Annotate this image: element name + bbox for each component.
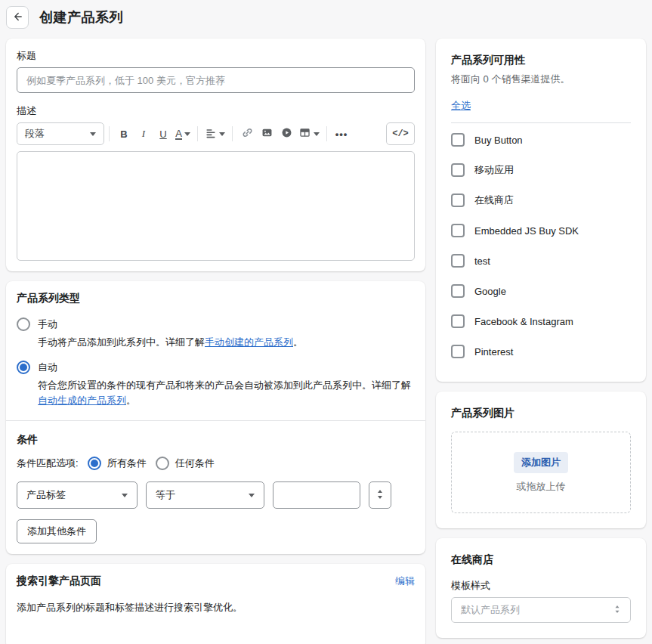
- automatic-type-label: 自动: [38, 361, 57, 374]
- manual-collection-link[interactable]: 手动创建的产品系列: [205, 336, 293, 348]
- arrow-left-icon: [11, 11, 23, 25]
- channel-row-facebook-instagram[interactable]: Facebook & Instagram: [451, 306, 631, 336]
- description-text: 符合您所设置的条件的现有产品和将来的产品会自动被添加到此产品系列中。详细了解: [38, 379, 411, 391]
- channel-row-mobile-app[interactable]: 移动应用: [451, 155, 631, 185]
- manual-type-label: 手动: [38, 317, 57, 331]
- condition-value-input[interactable]: [273, 481, 360, 509]
- chevron-down-icon: [219, 132, 225, 136]
- paragraph-style-select[interactable]: 段落: [17, 122, 104, 145]
- checkbox-icon[interactable]: [451, 163, 465, 177]
- underline-button[interactable]: U: [153, 123, 173, 144]
- radio-icon[interactable]: [88, 457, 101, 470]
- availability-divider: [451, 122, 631, 123]
- channel-row-online-store[interactable]: 在线商店: [451, 185, 631, 215]
- availability-subtitle: 将面向 0 个销售渠道提供。: [451, 73, 631, 86]
- back-button[interactable]: [6, 6, 29, 29]
- description-text: 手动将产品添加到此系列中。详细了解: [38, 336, 205, 348]
- checkbox-icon[interactable]: [451, 133, 465, 147]
- collection-image-heading: 产品系列图片: [451, 407, 631, 420]
- title-input[interactable]: [17, 67, 415, 93]
- manual-type-description: 手动将产品添加到此系列中。详细了解手动创建的产品系列。: [38, 335, 415, 350]
- condition-field-select[interactable]: 产品标签: [17, 481, 138, 509]
- insert-video-button[interactable]: [277, 123, 296, 144]
- show-html-button[interactable]: </>: [386, 122, 415, 145]
- condition-value-stepper[interactable]: [369, 481, 391, 509]
- checkbox-icon[interactable]: [451, 254, 465, 268]
- checkbox-icon[interactable]: [451, 224, 465, 237]
- online-store-heading: 在线商店: [451, 553, 631, 567]
- up-down-arrows-icon: [375, 489, 385, 502]
- checkbox-icon[interactable]: [451, 194, 465, 207]
- table-icon: [298, 126, 311, 141]
- template-style-value: 默认产品系列: [461, 603, 520, 617]
- add-image-button[interactable]: 添加图片: [514, 452, 568, 473]
- description-text: 。: [126, 395, 136, 406]
- condition-operator-value: 等于: [156, 488, 175, 502]
- channel-row-buy-button[interactable]: Buy Button: [451, 125, 631, 155]
- all-conditions-option[interactable]: 所有条件: [88, 457, 147, 470]
- chevron-down-icon: [122, 494, 128, 497]
- checkbox-icon[interactable]: [451, 345, 465, 358]
- description-text: 。: [293, 336, 303, 348]
- seo-card-header: 搜索引擎产品页面 编辑: [17, 574, 415, 588]
- radio-icon[interactable]: [17, 361, 30, 374]
- page-header: 创建产品系列: [0, 0, 652, 37]
- image-icon: [261, 126, 273, 141]
- seo-heading: 搜索引擎产品页面: [17, 574, 101, 588]
- condition-match-row: 条件匹配选项: 所有条件 任何条件: [17, 457, 415, 470]
- channel-row-test[interactable]: test: [451, 246, 631, 276]
- conditions-heading: 条件: [17, 433, 415, 447]
- bold-button[interactable]: B: [114, 123, 134, 144]
- channel-label: Google: [474, 286, 506, 297]
- toolbar-divider: [197, 126, 198, 141]
- main-content: 标题 描述 段落 B I U A: [0, 37, 652, 644]
- alignment-button[interactable]: [202, 123, 227, 144]
- collection-type-options: 手动 手动将产品添加到此系列中。详细了解手动创建的产品系列。 自动 符合您所设置…: [17, 317, 415, 408]
- channel-label: 移动应用: [474, 163, 514, 177]
- channel-row-google[interactable]: Google: [451, 276, 631, 306]
- text-color-icon: A: [175, 128, 182, 140]
- insert-image-button[interactable]: [257, 123, 277, 144]
- seo-description: 添加产品系列的标题和标签描述进行搜索引擎优化。: [17, 600, 415, 638]
- availability-card: 产品系列可用性 将面向 0 个销售渠道提供。 全选 Buy Button 移动应…: [436, 39, 646, 382]
- add-condition-button[interactable]: 添加其他条件: [17, 519, 97, 543]
- card-section-divider: [6, 420, 425, 421]
- description-editor-area[interactable]: [17, 151, 415, 261]
- condition-field-value: 产品标签: [26, 488, 66, 502]
- chevron-down-icon: [314, 132, 320, 136]
- automatic-type-option[interactable]: 自动: [17, 361, 415, 374]
- collection-type-heading: 产品系列类型: [17, 292, 415, 305]
- toolbar-divider: [109, 126, 110, 141]
- checkbox-icon[interactable]: [451, 314, 465, 328]
- description-label: 描述: [17, 104, 415, 118]
- title-label: 标题: [17, 49, 415, 63]
- title-description-card: 标题 描述 段落 B I U A: [6, 39, 425, 271]
- insert-link-button[interactable]: [237, 123, 257, 144]
- up-down-arrows-icon: [613, 605, 621, 616]
- condition-row: 产品标签 等于: [17, 481, 415, 509]
- insert-table-button[interactable]: [296, 123, 322, 144]
- radio-icon[interactable]: [156, 457, 169, 470]
- image-dropzone[interactable]: 添加图片 或拖放上传: [451, 432, 631, 513]
- radio-icon[interactable]: [17, 317, 30, 331]
- seo-edit-link[interactable]: 编辑: [395, 574, 415, 588]
- toolbar-divider: [326, 126, 327, 141]
- channel-row-embedded-sdk[interactable]: Embedded JS Buy SDK: [451, 215, 631, 246]
- toolbar-divider: [232, 126, 233, 141]
- right-column: 产品系列可用性 将面向 0 个销售渠道提供。 全选 Buy Button 移动应…: [436, 39, 646, 638]
- more-options-button[interactable]: •••: [332, 123, 351, 144]
- text-color-button[interactable]: A: [173, 123, 193, 144]
- manual-type-option[interactable]: 手动: [17, 317, 415, 331]
- any-condition-option[interactable]: 任何条件: [156, 457, 215, 470]
- condition-operator-select[interactable]: 等于: [146, 481, 264, 509]
- checkbox-icon[interactable]: [451, 284, 465, 298]
- all-conditions-label: 所有条件: [107, 457, 147, 470]
- italic-button[interactable]: I: [134, 123, 153, 144]
- channel-row-pinterest[interactable]: Pinterest: [451, 336, 631, 367]
- link-icon: [241, 126, 254, 141]
- automatic-collection-link[interactable]: 自动生成的产品系列: [38, 395, 126, 406]
- select-all-link[interactable]: 全选: [451, 99, 471, 113]
- template-style-select[interactable]: 默认产品系列: [451, 597, 631, 623]
- alignment-icon: [205, 127, 217, 141]
- chevron-down-icon: [90, 132, 96, 136]
